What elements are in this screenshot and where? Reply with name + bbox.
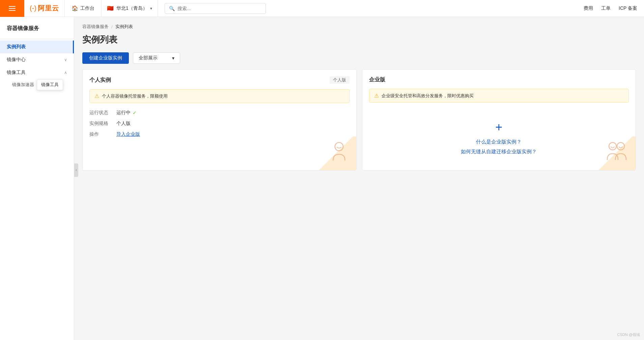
chevron-down-icon: ∨ xyxy=(64,57,67,62)
watermark: CSDN @领域 xyxy=(617,332,640,337)
personal-instance-card: 个人实例 个人版 ⚠ 个人容器镜像托管服务，限额使用 运行状态 运行中 ✓ xyxy=(82,69,357,171)
logo: (-) 阿里云 xyxy=(24,0,65,17)
logo-name: 阿里云 xyxy=(38,4,59,13)
dropdown-chevron-icon: ▾ xyxy=(172,55,174,61)
tooltip-mirror-tools: 镜像工具 xyxy=(37,79,63,90)
region-flag: 🇨🇳 xyxy=(107,5,114,11)
action-label: 操作 xyxy=(89,131,110,137)
sidebar-item-instances-label: 实例列表 xyxy=(7,44,66,50)
sidebar-item-registry-center-label: 镜像中心 xyxy=(7,57,64,63)
enterprise-notice-banner: ⚠ 企业级安全托管和高效分发服务，限时优惠购买 xyxy=(369,89,629,103)
warning-icon: ⚠ xyxy=(94,93,99,99)
filter-dropdown-label: 全部展示 xyxy=(139,55,158,61)
nav-fees[interactable]: 费用 xyxy=(584,5,593,11)
toolbar: 创建企业版实例 全部展示 ▾ xyxy=(82,52,636,64)
sidebar-item-registry-tools[interactable]: 镜像工具 ∧ xyxy=(0,66,74,79)
personal-notice-text: 个人容器镜像托管服务，限额使用 xyxy=(102,93,168,99)
search-wrapper: 🔍 xyxy=(165,3,266,14)
breadcrumb-service[interactable]: 容器镜像服务 xyxy=(82,24,109,30)
region-name: 华北1（青岛） xyxy=(116,5,147,11)
sidebar-collapse-button[interactable]: ‹ xyxy=(74,163,78,177)
status-label: 运行状态 xyxy=(89,110,110,116)
breadcrumb-current: 实例列表 xyxy=(115,24,133,30)
cards-container: 个人实例 个人版 ⚠ 个人容器镜像托管服务，限额使用 运行状态 运行中 ✓ xyxy=(82,69,636,171)
enterprise-link-2[interactable]: 如何无缝从自建迁移企业版实例？ xyxy=(461,149,537,155)
chevron-up-icon: ∧ xyxy=(64,70,67,75)
import-enterprise-link[interactable]: 导入企业版 xyxy=(116,131,140,137)
hamburger-icon xyxy=(9,6,16,11)
logo-bracket: (-) xyxy=(30,4,36,12)
collapse-icon: ‹ xyxy=(76,168,77,172)
enterprise-link-1[interactable]: 什么是企业版实例？ xyxy=(476,139,522,145)
sidebar-item-instances[interactable]: 实例列表 xyxy=(0,41,74,53)
personal-spec-row: 实例规格 个人版 xyxy=(89,121,349,127)
sidebar-item-accelerator-label: 镜像加速器 xyxy=(12,82,34,87)
enterprise-card-title: 企业版 xyxy=(369,76,385,83)
breadcrumb: 容器镜像服务 / 实例列表 xyxy=(82,24,636,30)
sidebar: 容器镜像服务 实例列表 镜像中心 ∨ 镜像工具 ∧ 镜像加速器 镜像工具 xyxy=(0,17,74,340)
enterprise-links: 什么是企业版实例？ 如何无缝从自建迁移企业版实例？ xyxy=(461,139,537,155)
create-enterprise-button[interactable]: 创建企业版实例 xyxy=(82,52,129,64)
status-check-icon: ✓ xyxy=(133,110,137,115)
sidebar-service-title: 容器镜像服务 xyxy=(0,22,74,37)
search-input[interactable] xyxy=(177,6,245,11)
warning-icon-enterprise: ⚠ xyxy=(374,93,379,99)
spec-value: 个人版 xyxy=(116,121,131,127)
personal-card-title: 个人实例 xyxy=(89,77,111,84)
enterprise-notice-text: 企业级安全托管和高效分发服务，限时优惠购买 xyxy=(382,93,474,99)
svg-point-0 xyxy=(335,142,343,151)
search-area: 🔍 xyxy=(158,3,577,14)
sidebar-divider xyxy=(0,39,74,39)
nav-icp[interactable]: ICP 备案 xyxy=(619,5,637,11)
search-icon: 🔍 xyxy=(169,6,175,11)
sidebar-item-registry-center[interactable]: 镜像中心 ∨ xyxy=(0,53,74,66)
layout: 容器镜像服务 实例列表 镜像中心 ∨ 镜像工具 ∧ 镜像加速器 镜像工具 ‹ xyxy=(0,17,644,340)
enterprise-card-header: 企业版 xyxy=(369,76,629,83)
personal-action-row: 操作 导入企业版 xyxy=(89,131,349,137)
personal-notice-banner: ⚠ 个人容器镜像托管服务，限额使用 xyxy=(89,89,349,103)
hamburger-button[interactable] xyxy=(0,0,24,17)
workbench-label: 工作台 xyxy=(80,5,94,11)
workbench-link[interactable]: 🏠 工作台 xyxy=(65,0,102,17)
personal-status-row: 运行状态 运行中 ✓ xyxy=(89,110,349,116)
svg-point-1 xyxy=(609,142,616,150)
enterprise-content: + 什么是企业版实例？ 如何无缝从自建迁移企业版实例？ xyxy=(369,109,629,163)
personal-avatar xyxy=(327,140,351,165)
svg-point-2 xyxy=(617,142,624,150)
breadcrumb-separator: / xyxy=(111,24,113,29)
filter-dropdown[interactable]: 全部展示 ▾ xyxy=(133,52,180,64)
plus-icon: + xyxy=(495,121,502,133)
nav-ticket[interactable]: 工单 xyxy=(601,5,611,11)
sidebar-item-accelerator[interactable]: 镜像加速器 镜像工具 xyxy=(0,79,74,90)
status-value: 运行中 ✓ xyxy=(116,110,137,116)
enterprise-avatar xyxy=(603,140,630,165)
enterprise-instance-card: 企业版 ⚠ 企业级安全托管和高效分发服务，限时优惠购买 + 什么是企业版实例？ … xyxy=(362,69,636,171)
navbar-right: 费用 工单 ICP 备案 xyxy=(577,5,644,11)
page-title: 实例列表 xyxy=(82,34,636,46)
spec-label: 实例规格 xyxy=(89,121,110,127)
chevron-down-icon: ▾ xyxy=(150,6,152,11)
main-content: 容器镜像服务 / 实例列表 实例列表 创建企业版实例 全部展示 ▾ 个人实例 个… xyxy=(74,17,644,340)
personal-card-badge: 个人版 xyxy=(330,76,349,84)
personal-card-header: 个人实例 个人版 xyxy=(89,76,349,84)
region-selector[interactable]: 🇨🇳 华北1（青岛） ▾ xyxy=(102,0,158,17)
accelerator-tooltip-wrapper: 镜像加速器 镜像工具 xyxy=(12,82,34,88)
home-icon: 🏠 xyxy=(72,5,78,11)
navbar: (-) 阿里云 🏠 工作台 🇨🇳 华北1（青岛） ▾ 🔍 费用 工单 ICP 备… xyxy=(0,0,644,17)
sidebar-item-registry-tools-label: 镜像工具 xyxy=(7,70,64,76)
status-text: 运行中 xyxy=(116,110,131,116)
